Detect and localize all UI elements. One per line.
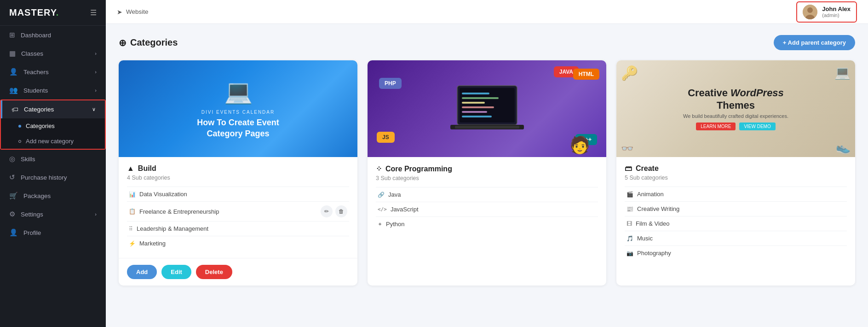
create-name-icon: 🗃	[625, 164, 632, 173]
python-icon: ✦	[378, 221, 382, 228]
sidebar-sub-categories[interactable]: Categories →	[1, 118, 105, 134]
profile-icon: 👤	[9, 228, 18, 237]
animation-icon: 🎬	[627, 191, 633, 198]
leadership-icon: ⠿	[129, 226, 133, 232]
svg-rect-9	[462, 111, 487, 113]
create-card-body: 🗃 Create 5 Sub categories 🎬 Animation 📰 …	[616, 157, 855, 268]
svg-rect-5	[462, 93, 489, 94]
js-icon: </>	[378, 206, 387, 212]
core-name-icon: ⁘	[376, 164, 382, 173]
build-sub-data-visualization: 📊 Data Visualization	[127, 187, 349, 201]
user-role: (admin)	[822, 12, 851, 18]
create-image-title: Creative WordPressThemes	[683, 87, 788, 111]
category-card-core-programming: JAVA PHP HTML JS C++	[368, 60, 606, 286]
categories-section: 🏷 Categories ∨ Categories → Add new cate…	[0, 99, 106, 150]
create-sub-photography: 📷 Photography	[625, 245, 847, 260]
sidebar-item-purchase-history[interactable]: ↺ Purchase history	[0, 168, 106, 187]
sidebar-label-categories: Categories	[24, 106, 54, 113]
sidebar-item-students[interactable]: 👥 Students ›	[0, 81, 106, 99]
sidebar-item-classes[interactable]: ▦ Classes ›	[0, 44, 106, 63]
svg-rect-10	[462, 116, 492, 117]
build-laptop-icon: 💻	[224, 78, 253, 105]
categories-arrow: ∨	[92, 106, 96, 112]
create-sub-music: 🎵 Music	[625, 231, 847, 245]
sidebar-logo: MASTERY. ☰	[0, 0, 106, 26]
film-icon: 🎞	[627, 221, 632, 227]
dashboard-icon: ⊞	[9, 31, 15, 39]
build-card-footer: → Add Edit Delete	[119, 258, 357, 286]
create-view-btn[interactable]: VIEW DEMO	[739, 123, 775, 130]
create-shoes-icon: 👟	[836, 140, 851, 155]
sidebar-label-students: Students	[23, 87, 48, 94]
freelance-delete-button[interactable]: 🗑	[335, 205, 347, 217]
categories-submenu: Categories → Add new category	[1, 118, 105, 149]
sidebar-item-skills[interactable]: ◎ Skills	[0, 150, 106, 168]
build-delete-button[interactable]: Delete	[196, 265, 232, 279]
create-learn-btn[interactable]: LEARN MORE	[696, 123, 736, 130]
svg-rect-8	[462, 106, 494, 108]
photography-icon: 📷	[627, 250, 633, 257]
build-sub-leadership: ⠿ Leadership & Management	[127, 221, 349, 236]
classes-icon: ▦	[9, 49, 16, 58]
freelance-edit-button[interactable]: ✏	[321, 205, 333, 217]
data-viz-icon: 📊	[129, 191, 136, 198]
user-info: John Alex (admin)	[822, 6, 851, 18]
website-icon: ➤	[117, 8, 122, 16]
svg-point-1	[807, 7, 813, 13]
category-card-create: Creative WordPressThemes We build beauti…	[616, 60, 855, 286]
user-name: John Alex	[822, 6, 851, 12]
logo-text: MASTERY.	[9, 7, 59, 18]
build-edit-button[interactable]: Edit	[161, 265, 191, 279]
skills-icon: ◎	[9, 155, 15, 163]
students-arrow: ›	[95, 88, 97, 93]
creative-writing-icon: 📰	[627, 206, 633, 212]
core-laptop-svg	[437, 76, 538, 141]
core-card-image: JAVA PHP HTML JS C++	[368, 60, 606, 157]
sidebar-label-profile: Profile	[23, 229, 41, 236]
build-sub-freelance: 📋 Freelance & Entrepreneurship ✏ 🗑	[127, 201, 349, 221]
categories-title-icon: ⊕	[119, 37, 126, 48]
build-category-name: ▲ Build	[127, 164, 349, 173]
music-icon: 🎵	[627, 235, 633, 242]
html-badge: HTML	[573, 70, 599, 78]
build-card-image: 💻 DIVI EVENTS CALENDAR How To Create Eve…	[119, 60, 357, 157]
add-parent-category-button[interactable]: + Add parent category	[774, 35, 855, 50]
user-profile-widget[interactable]: John Alex (admin)	[796, 1, 857, 23]
sidebar-item-teachers[interactable]: 👤 Teachers ›	[0, 63, 106, 81]
sidebar-item-profile[interactable]: 👤 Profile	[0, 223, 106, 242]
js-badge: JS	[377, 133, 395, 141]
core-card-body: ⁘ Core Programming 3 Sub categories 🔗 Ja…	[368, 157, 606, 239]
packages-icon: 🛒	[9, 192, 18, 200]
sidebar-item-settings[interactable]: ⚙ Settings ›	[0, 205, 106, 223]
sidebar-sub-label-add: Add new category	[26, 138, 74, 145]
sidebar-item-categories[interactable]: 🏷 Categories ∨	[1, 100, 105, 118]
purchase-history-icon: ↺	[9, 173, 15, 181]
page-content: ⊕ Categories + Add parent category 💻 DIV…	[106, 24, 868, 327]
sidebar-item-packages[interactable]: 🛒 Packages	[0, 187, 106, 205]
sidebar-sub-add-category[interactable]: Add new category	[1, 134, 105, 149]
hamburger-icon[interactable]: ☰	[90, 8, 97, 17]
create-image-content: Creative WordPressThemes We build beauti…	[683, 87, 788, 130]
create-cta-buttons: LEARN MORE VIEW DEMO	[683, 123, 788, 130]
build-sub-count: 4 Sub categories	[127, 175, 349, 181]
person-figure: 🧑	[569, 135, 590, 155]
sidebar-label-packages: Packages	[23, 193, 51, 199]
svg-rect-12	[455, 126, 519, 128]
sidebar-label-classes: Classes	[21, 50, 43, 57]
core-sub-python: ✦ Python	[376, 216, 598, 231]
core-category-name: ⁘ Core Programming	[376, 164, 598, 173]
sidebar-item-dashboard[interactable]: ⊞ Dashboard	[0, 26, 106, 44]
create-keys-icon: 🔑	[621, 65, 638, 81]
core-sub-count: 3 Sub categories	[376, 175, 598, 181]
build-add-button[interactable]: Add	[127, 265, 157, 279]
categories-grid: 💻 DIVI EVENTS CALENDAR How To Create Eve…	[119, 60, 855, 286]
sidebar-label-skills: Skills	[21, 156, 35, 163]
php-badge: PHP	[379, 79, 402, 87]
website-link[interactable]: Website	[126, 8, 149, 15]
marketing-icon: ⚡	[129, 240, 136, 247]
sidebar-label-teachers: Teachers	[23, 69, 49, 76]
freelance-actions: ✏ 🗑	[321, 205, 347, 217]
active-dot	[18, 125, 21, 128]
teachers-icon: 👤	[9, 68, 18, 76]
avatar	[803, 5, 817, 19]
